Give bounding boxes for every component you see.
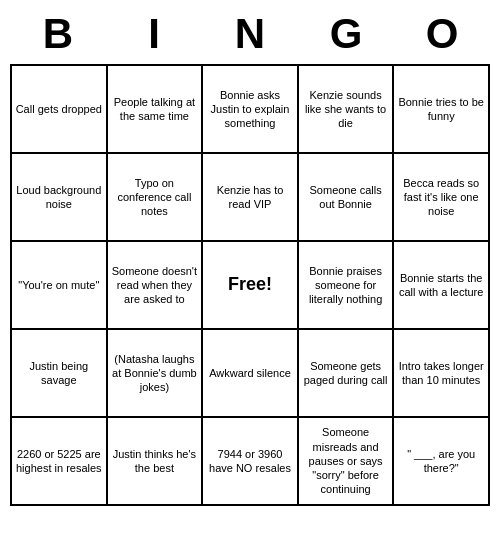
cell-19[interactable]: Intro takes longer than 10 minutes [394, 330, 490, 418]
cell-7[interactable]: Kenzie has to read VIP [203, 154, 299, 242]
cell-4[interactable]: Bonnie tries to be funny [394, 66, 490, 154]
letter-o: O [398, 10, 486, 58]
cell-0[interactable]: Call gets dropped [12, 66, 108, 154]
letter-b: B [14, 10, 102, 58]
cell-20[interactable]: 2260 or 5225 are highest in resales [12, 418, 108, 506]
bingo-grid: Call gets dropped People talking at the … [10, 64, 490, 506]
cell-16[interactable]: (Natasha laughs at Bonnie's dumb jokes) [108, 330, 204, 418]
cell-1[interactable]: People talking at the same time [108, 66, 204, 154]
cell-21[interactable]: Justin thinks he's the best [108, 418, 204, 506]
letter-n: N [206, 10, 294, 58]
cell-8[interactable]: Someone calls out Bonnie [299, 154, 395, 242]
cell-10[interactable]: "You're on mute" [12, 242, 108, 330]
cell-3[interactable]: Kenzie sounds like she wants to die [299, 66, 395, 154]
cell-2[interactable]: Bonnie asks Justin to explain something [203, 66, 299, 154]
cell-13[interactable]: Bonnie praises someone for literally not… [299, 242, 395, 330]
cell-9[interactable]: Becca reads so fast it's like one noise [394, 154, 490, 242]
cell-17[interactable]: Awkward silence [203, 330, 299, 418]
cell-22[interactable]: 7944 or 3960 have NO resales [203, 418, 299, 506]
cell-15[interactable]: Justin being savage [12, 330, 108, 418]
cell-23[interactable]: Someone misreads and pauses or says "sor… [299, 418, 395, 506]
cell-5[interactable]: Loud background noise [12, 154, 108, 242]
cell-free[interactable]: Free! [203, 242, 299, 330]
cell-6[interactable]: Typo on conference call notes [108, 154, 204, 242]
cell-18[interactable]: Someone gets paged during call [299, 330, 395, 418]
cell-24[interactable]: " ___, are you there?" [394, 418, 490, 506]
bingo-title: B I N G O [10, 10, 490, 58]
cell-11[interactable]: Someone doesn't read when they are asked… [108, 242, 204, 330]
cell-14[interactable]: Bonnie starts the call with a lecture [394, 242, 490, 330]
letter-g: G [302, 10, 390, 58]
letter-i: I [110, 10, 198, 58]
